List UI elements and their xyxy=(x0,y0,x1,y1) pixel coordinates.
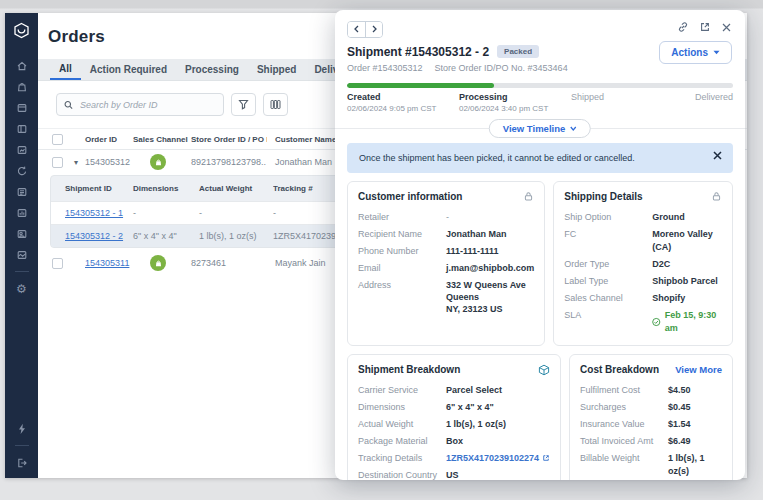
field-label: Phone Number xyxy=(358,245,446,258)
select-all-checkbox[interactable] xyxy=(52,134,63,145)
open-external-icon[interactable] xyxy=(699,21,711,33)
order-id-link[interactable]: 154305311 xyxy=(85,258,129,268)
field-value: - xyxy=(446,211,449,224)
field-label: Total Invoiced Amt xyxy=(580,435,668,448)
sidebar: ⚙ xyxy=(5,13,38,478)
field-label: Package Material xyxy=(358,435,446,448)
copy-link-icon[interactable] xyxy=(677,21,689,33)
chevron-left-icon xyxy=(353,25,360,33)
sidebar-divider xyxy=(15,445,29,446)
shipment-dimensions: 6" x 4" x 4" xyxy=(133,231,199,241)
actions-button[interactable]: Actions xyxy=(659,41,732,64)
col-dimensions: Dimensions xyxy=(133,184,199,193)
chevron-down-icon[interactable]: ▾ xyxy=(74,158,85,167)
detail-cards-row-1: Customer information Retailer- Recipient… xyxy=(347,181,733,346)
field-label: Surcharges xyxy=(580,401,668,414)
card-title: Shipment Breakdown xyxy=(358,364,550,375)
inventory-icon[interactable] xyxy=(15,101,28,114)
status-badge: Packed xyxy=(497,45,539,58)
field-label: Recipient Name xyxy=(358,228,446,241)
drawer-utilities xyxy=(677,21,732,33)
field-value: Shipbob Parcel xyxy=(652,275,718,288)
order-id-text[interactable]: 154305312 xyxy=(85,157,133,167)
field-label: Label Type xyxy=(564,275,652,288)
field-label: Ship Option xyxy=(564,211,652,224)
logout-icon[interactable] xyxy=(15,456,28,469)
field-label: Order Type xyxy=(564,258,652,271)
users-icon[interactable] xyxy=(15,248,28,261)
next-shipment-button[interactable] xyxy=(365,22,382,37)
tab-action-required[interactable]: Action Required xyxy=(81,59,176,80)
field-value: D2C xyxy=(652,258,670,271)
prev-shipment-button[interactable] xyxy=(348,22,365,37)
shipbob-logo-icon[interactable] xyxy=(13,22,30,43)
billing-icon[interactable] xyxy=(15,185,28,198)
field-label: Dimensions xyxy=(358,401,446,414)
order-ref: Order #154305312 xyxy=(347,63,423,73)
field-value: Shopify xyxy=(652,292,685,305)
col-store-order-id[interactable]: Store Order ID / PO No. xyxy=(183,135,267,144)
columns-button[interactable] xyxy=(263,93,288,116)
field-label: FC xyxy=(564,228,652,254)
field-label: Email xyxy=(358,262,446,275)
returns-icon[interactable] xyxy=(15,164,28,177)
field-value: Moreno Valley (CA) xyxy=(652,228,722,254)
field-value: $4.50 xyxy=(668,384,691,397)
drawer-header: Shipment #154305312 - 2 Packed Actions O… xyxy=(335,10,745,117)
field-label: SLA xyxy=(564,309,652,335)
reports-icon[interactable] xyxy=(15,206,28,219)
milestone-created: Created 02/06/2024 9:05 pm CST xyxy=(347,92,436,113)
orders-icon[interactable] xyxy=(15,80,28,93)
store-order-id: 8273461 xyxy=(183,258,267,268)
view-timeline-label: View Timeline xyxy=(503,123,565,134)
chevron-right-icon xyxy=(371,25,378,33)
card-title: Shipping Details xyxy=(564,191,722,202)
view-timeline-button[interactable]: View Timeline xyxy=(489,119,591,138)
home-icon[interactable] xyxy=(15,59,28,72)
progress-fill xyxy=(347,83,494,88)
header-divider: View Timeline xyxy=(335,119,745,137)
progress-milestones: Created 02/06/2024 9:05 pm CST Processin… xyxy=(347,92,733,117)
row-checkbox[interactable] xyxy=(52,258,63,269)
lock-icon xyxy=(711,191,722,202)
apps-icon[interactable] xyxy=(15,227,28,240)
field-value: 1 lb(s), 1 oz(s) xyxy=(446,418,506,431)
settings-gear-icon[interactable]: ⚙ xyxy=(15,282,28,295)
view-more-link[interactable]: View More xyxy=(675,364,722,375)
bolt-icon[interactable] xyxy=(15,422,28,435)
tracking-link[interactable]: 1ZR5X4170239102274 xyxy=(446,452,550,465)
search-input[interactable] xyxy=(78,99,216,111)
field-value: 1 lb(s), 1 oz(s) xyxy=(668,452,722,478)
shipping-details-card: Shipping Details Ship OptionGround FCMor… xyxy=(553,181,733,346)
banner-close-icon[interactable] xyxy=(713,151,722,160)
address-value: 332 W Queens Ave Queens NY, 23123 US xyxy=(446,279,526,315)
field-label: Destination Country xyxy=(358,469,446,481)
tab-shipped[interactable]: Shipped xyxy=(248,59,305,80)
analytics-icon[interactable] xyxy=(15,143,28,156)
shipment-breakdown-card: Shipment Breakdown Carrier ServiceParcel… xyxy=(347,354,561,481)
close-icon[interactable] xyxy=(721,22,732,33)
store-ref: Store Order ID/PO No. #3453464 xyxy=(435,63,568,73)
shopify-channel-icon xyxy=(150,154,166,170)
field-value: j.man@shipbob.com xyxy=(446,262,534,275)
info-banner: Once the shipment has been picked, it ca… xyxy=(347,143,733,173)
field-value: $1.54 xyxy=(668,418,691,431)
shipment-weight: 1 lb(s), 1 oz(s) xyxy=(199,231,273,241)
detail-cards-row-2: Shipment Breakdown Carrier ServiceParcel… xyxy=(347,354,733,481)
products-icon[interactable] xyxy=(15,122,28,135)
col-order-id[interactable]: Order ID xyxy=(85,135,133,144)
search-box[interactable] xyxy=(56,93,224,116)
milestone-delivered: Delivered xyxy=(695,92,733,102)
shipment-link[interactable]: 154305312 - 1 xyxy=(65,208,123,218)
tab-all[interactable]: All xyxy=(50,59,81,80)
shipment-link[interactable]: 154305312 - 2 xyxy=(65,231,123,241)
shipment-dimensions: - xyxy=(133,208,199,218)
tab-processing[interactable]: Processing xyxy=(176,59,248,80)
row-checkbox[interactable] xyxy=(52,157,63,168)
store-order-id: 89213798123798.. xyxy=(183,157,267,167)
field-value: Ground xyxy=(652,211,685,224)
chevron-down-icon xyxy=(570,126,577,131)
cost-breakdown-card: Cost Breakdown View More Fulfilment Cost… xyxy=(569,354,733,481)
filter-button[interactable] xyxy=(231,93,256,116)
col-sales-channel[interactable]: Sales Channel xyxy=(133,135,183,144)
